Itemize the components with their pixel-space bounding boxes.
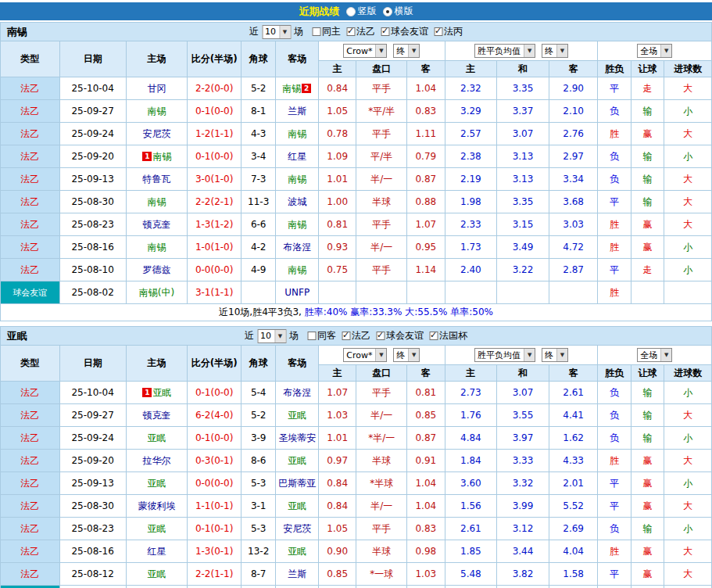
date-cell: 25-09-13 [59,168,126,191]
date-cell: 25-09-20 [59,145,126,168]
euro-away-odds: 3.03 [549,213,598,236]
home-team-name: 顿克奎 [142,410,170,421]
euro-home-odds: 2.40 [445,259,497,281]
match-scope-select[interactable]: 全场▼ [637,44,672,58]
away-team-cell: 兰斯 [276,100,319,123]
home-team-cell: 顿克奎 [126,213,188,236]
asian-home-odds: 0.81 [318,213,356,236]
filter-option[interactable]: 同客 [307,329,336,342]
league-cell: 法乙 [1,427,60,450]
matches-label: 场 [289,329,299,342]
filter-label: 法丙 [444,25,463,38]
score-cell: 1-3(1-2) [188,213,242,236]
asian-handicap [356,586,407,588]
league-cell: 法乙 [1,472,60,495]
asian-away-odds: 0.91 [407,450,445,472]
date-cell: 25-08-23 [59,213,126,236]
score-cell: 0-1(0-0) [188,145,242,168]
home-team-name: 特鲁瓦 [142,174,170,185]
checkbox-icon[interactable] [434,27,442,36]
radio-unchecked-icon[interactable] [346,7,356,16]
asian-home-odds: 1.05 [318,518,356,540]
away-team-cell: 布洛涅 [276,236,319,259]
summary-row: 近10场,胜4平3负3, 胜率:40% 赢率:33.3% 大:55.5% 单率:… [1,304,712,321]
euro-home-odds: 2.19 [445,168,497,191]
checkbox-icon[interactable] [307,332,316,340]
checkbox-icon[interactable] [381,27,389,36]
filter-option[interactable]: 法乙 [342,329,370,342]
asian-home-odds: 1.01 [318,427,356,450]
col-home: 主场 [126,41,188,77]
asian-home-odds: 1.00 [318,191,356,213]
away-team-cell: 兰斯 [276,563,319,586]
euro-away-odds: 2.10 [549,100,598,123]
corner-cell: 0-0 [242,586,276,588]
layout-radio-vertical[interactable]: 竖版 [346,5,377,18]
euro-away-odds: 3.34 [549,168,598,191]
home-team-name: 拉华尔 [142,455,170,466]
checkbox-icon[interactable] [376,332,385,340]
away-team-name: 圣埃蒂安 [278,432,316,443]
euro-away-odds: 2.90 [549,77,598,100]
euro-home-odds: 4.84 [445,427,497,450]
goals-result-cell: 大 [664,213,712,236]
chevron-down-icon: ▼ [274,330,285,342]
odds-time-select[interactable]: 终▼ [542,348,568,362]
odds-time-select[interactable]: 终▼ [393,348,420,362]
home-team-name: 安尼茨 [142,128,170,139]
filter-option[interactable]: 法国杯 [429,329,467,342]
filter-option[interactable]: 法丙 [434,25,463,38]
home-team-cell: 甘冈 [126,77,188,100]
corner-cell: 3-4 [242,145,276,168]
bookmaker-select[interactable]: Crow*▼ [343,44,387,58]
col-euro-home: 主 [445,61,497,77]
wdl-average-select[interactable]: 胜平负均值▼ [474,348,535,362]
euro-away-odds: 4.41 [549,404,598,427]
select-value: Crow* [346,46,375,56]
score-cell: 2-2(1-1) [188,563,242,586]
asian-away-odds: 1.04 [407,495,445,518]
layout-radio-horizontal[interactable]: 横版 [383,5,413,18]
bookmaker-select[interactable]: Crow*▼ [343,348,387,362]
title-bar: 近期战绩 竖版 横版 [0,2,712,20]
corner-cell: 5-3 [242,518,276,540]
away-team-name: 亚眠 [288,546,306,557]
filter-option[interactable]: 球会友谊 [376,329,424,342]
euro-home-odds: 3.29 [445,100,497,123]
league-filters: 同主法乙球会友谊法丙 [306,25,463,38]
wdl-average-select[interactable]: 胜平负均值▼ [474,44,535,58]
euro-draw-odds: 3.97 [497,427,549,450]
handicap-result-cell: 赢 [631,540,664,563]
checkbox-icon[interactable] [312,27,320,36]
match-count-select[interactable]: 10 ▼ [257,329,286,343]
filter-option[interactable]: 同主 [312,25,341,38]
radio-checked-icon[interactable] [383,7,392,16]
euro-away-odds: 3.68 [549,191,598,213]
odds-time-select[interactable]: 终▼ [393,44,420,58]
select-value: 10 [260,331,274,341]
handicap-result-cell: 输 [631,100,664,123]
select-value: 胜平负均值 [478,45,524,57]
checkbox-icon[interactable] [346,27,355,36]
table-row: 法乙25-09-13特鲁瓦3-0(1-0)7-3南锡1.01半/一0.872.1… [1,168,712,191]
date-cell: 25-09-24 [59,123,126,145]
asian-home-odds: 0.84 [318,495,356,518]
filter-option[interactable]: 法乙 [346,25,375,38]
asian-handicap: 平手 [356,518,407,540]
asian-home-odds: 1.01 [318,168,356,191]
odds-time-select[interactable]: 终▼ [542,44,568,58]
col-score: 比分(半场) [188,346,242,382]
home-team-name: 南锡 [147,106,166,117]
match-count-select[interactable]: 10 ▼ [262,25,291,39]
filter-option[interactable]: 球会友谊 [381,25,428,38]
asian-away-odds: 0.87 [407,427,445,450]
asian-handicap: 半球 [356,191,407,213]
away-team-cell: 巴斯蒂亚 [276,472,319,495]
match-scope-select[interactable]: 全场▼ [637,348,672,362]
filter-label: 法乙 [356,25,375,38]
home-team-name: 亚眠 [147,432,166,443]
checkbox-icon[interactable] [342,332,350,340]
score-cell: 2-2(0-0) [188,77,242,100]
result-cell: 平 [598,472,631,495]
checkbox-icon[interactable] [429,332,438,340]
